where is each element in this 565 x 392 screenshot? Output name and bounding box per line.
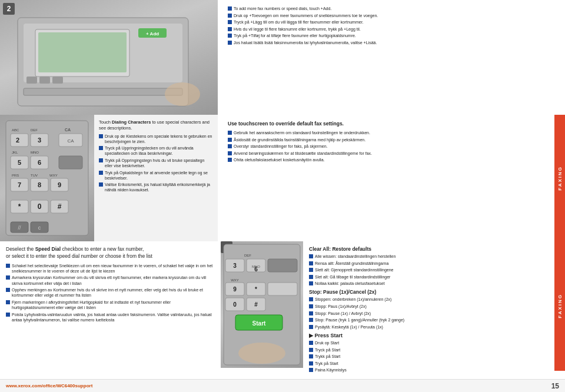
bot-left-1: Schakel het selectievakje Snelkiezen uit… [6,263,215,274]
svg-text:Start: Start [252,320,266,327]
faxing-label-bot: Faxing [554,241,565,371]
svg-rect-8 [39,77,50,84]
ps-bullet-4 [309,361,313,366]
svg-text:TUV: TUV [31,174,38,177]
stop-1: Stoppen: onderbreken (1x)/annuleren (2x) [309,297,550,302]
mid-instruction-1: Druk op de Kiestekens om speciale tekens… [99,134,213,144]
footer-url[interactable]: www.xerox.com/office/WC6400support [6,383,92,388]
top-instruction-2: Druk op +Toevoegen om meer faxnummers of… [228,13,549,18]
svg-text:+ Add: + Add [146,31,159,36]
svg-text:CA: CA [67,138,74,144]
mid-fax-svg: ABC DEF CA 2 3 CA JKL MNO 5 6 [0,115,94,241]
press-start-title: ▶ Press Start [309,333,550,338]
press-start-1: Druk op Start [309,340,550,346]
svg-rect-54 [268,259,297,272]
bot-image: 3 DEF 3 MNO 6 WXY 9 * [221,241,303,368]
stop-bullet-3 [309,311,313,315]
svg-text:CA: CA [65,128,71,132]
footer: www.xerox.com/office/WC6400support 15 [0,379,565,392]
svg-point-67 [238,343,285,364]
stop-bullet-5 [309,325,313,329]
stop-bullet-1 [309,297,313,301]
svg-text:9: 9 [58,181,61,188]
svg-text:c: c [38,225,41,231]
svg-text:6: 6 [38,159,41,166]
mid-right-5: Ohita oletusfaksiasetukset kosketusnäytö… [228,157,549,162]
top-instructions: To add more fax numbers or speed dials, … [221,0,556,115]
svg-rect-3 [38,32,127,72]
svg-text:#: # [58,202,62,211]
bullet-5 [228,34,232,38]
bl-bullet-2 [6,275,10,280]
ca-bullet-3 [309,268,313,272]
svg-rect-60 [268,283,297,295]
svg-text:9: 9 [233,286,237,293]
bullet-1 [228,6,232,11]
svg-text:3: 3 [233,263,237,269]
mid-instruction-2: Tryck på Uppringningstecken om du vill a… [99,145,213,156]
top-instruction-5: Tryk på +Tilføj for at tilføje flere fax… [228,33,549,38]
mid-instruction-5: Valitse Erikoismerkit, jos haluat käyttä… [99,182,213,192]
mid-bullet-2 [99,146,103,150]
svg-rect-7 [26,77,37,84]
svg-text:3: 3 [38,137,41,144]
fax-machine-svg: + Add [0,0,218,115]
mr-bullet-3 [228,144,232,148]
mid-right: Use touchscreen to override default fax … [221,115,556,241]
top-instruction-6: Jos haluat lisätä lisää faksinnumeroita … [228,40,549,45]
svg-text:2: 2 [16,137,19,144]
bl-bullet-5 [6,313,10,317]
mid-bullet-5 [99,182,103,187]
bl-bullet-4 [6,300,10,304]
mid-instruction-3: Trykk på Oppringingstegn hvis du vil bru… [99,158,213,168]
bullet-6 [228,41,232,45]
bot-fax-image: 3 DEF 3 MNO 6 WXY 9 * [221,241,303,368]
svg-text:6: 6 [254,266,258,273]
mid-instruction-4: Tryk på Opkaldstegn for at anvende speci… [99,170,213,181]
svg-rect-27 [59,156,82,169]
ps-bullet-3 [309,354,313,358]
svg-text:8: 8 [38,181,41,188]
bl-bullet-1 [6,264,10,268]
middle-row: ABC DEF CA 2 3 CA JKL MNO 5 6 [0,115,565,241]
footer-page: 15 [551,382,559,390]
bot-left-4: Fjern markeringen i afkrydningsfeltet Hu… [6,300,215,310]
ps-bullet-5 [309,368,313,372]
press-start-4: Tryk på Start [309,361,550,366]
top-instruction-4: Hvis du vil legge til flere faksnumre el… [228,26,549,32]
press-start-3: Trykk på Start [309,354,550,359]
stop-bullet-4 [309,318,313,322]
clear-all-1: Alle wissen: standaardinstellingen herst… [309,254,550,259]
svg-text:ABC: ABC [12,128,19,132]
mid-right-2: Åsidosätt de grundinställda faxinställni… [228,137,549,142]
mid-instructions: Touch Dialing Characters to use special … [94,115,218,241]
bl-bullet-3 [6,288,10,292]
svg-text:PRS: PRS [12,174,19,177]
ca-bullet-1 [309,254,313,258]
press-start-5: Paina Käynnistys [309,367,550,373]
svg-point-10 [165,82,200,106]
top-row: 2 + Add [0,0,565,115]
page-layout: 2 + Add [0,0,565,392]
top-image: 2 + Add [0,0,218,115]
mid-bullet-4 [99,171,103,175]
bot-left: Deselect the Speed Dial checkbox to ente… [0,241,221,368]
ps-bullet-1 [309,341,313,345]
bot-left-2: Avmarkera kryssrutan Kortnummer om du vi… [6,275,215,285]
stop-3: Stopp: Pause (1x) / Avbryt (2x) [309,311,550,316]
faxing-label-mid: Faxing [554,115,565,241]
clear-all-4: Slet alt: Gå tilbage til standardindstil… [309,274,550,280]
mid-bullet-1 [99,134,103,138]
mr-bullet-2 [228,138,232,142]
svg-rect-9 [52,77,63,84]
bullet-4 [228,27,232,31]
bot-left-5: Poista Lyhytvalinta-valintaruudun valint… [6,312,215,323]
svg-text:WXY: WXY [49,174,58,177]
mr-bullet-4 [228,151,232,155]
stop-5: Pysäytä: Keskeytä (1x) / Peruuta (1x) [309,324,550,330]
bottom-row: Deselect the Speed Dial checkbox to ente… [0,241,565,371]
svg-text:*: * [255,286,257,293]
mid-fax-image: ABC DEF CA 2 3 CA JKL MNO 5 6 [0,115,94,241]
dialing-chars-title: Touch Dialing Characters to use special … [99,119,213,131]
stop-4: Stop: Pause (tryk 1 gang)/Annuller (tryk… [309,317,550,323]
